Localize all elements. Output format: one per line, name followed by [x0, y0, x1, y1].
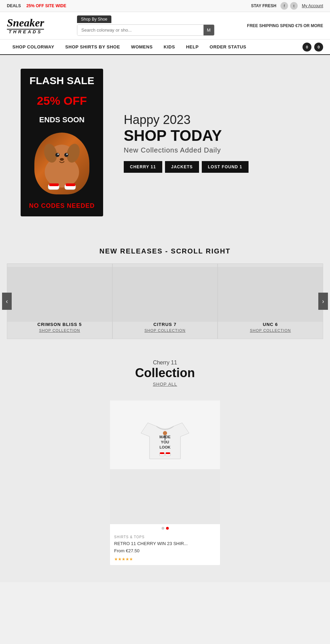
product-image-unc [218, 267, 323, 322]
dot-0[interactable] [162, 527, 164, 530]
svg-text:YOU: YOU [161, 440, 169, 444]
product-image-crimson [7, 267, 112, 322]
ends-soon: ENDS SOON [39, 115, 85, 124]
hero-shop: SHOP TODAY [124, 127, 309, 144]
lost-found-button[interactable]: LOST FOUND 1 [202, 161, 249, 173]
shirt-svg: MADE YOU LOOK [138, 406, 192, 464]
twitter-icon[interactable]: t [290, 2, 298, 10]
top-bar: DEALS 25% OFF SITE WIDE STAY FRESH f t M… [0, 0, 330, 12]
carousel-item-name-1: CITRUS 7 [153, 322, 176, 327]
top-bar-left: DEALS 25% OFF SITE WIDE [7, 3, 66, 8]
deals-label[interactable]: DEALS [7, 3, 21, 8]
product-row: MADE YOU LOOK SHIRTS & TOPS RETRO 11 CHE… [0, 394, 330, 568]
svg-point-4 [55, 153, 59, 157]
carousel-item-1: CITRUS 7 SHOP COLLECTION [112, 263, 218, 339]
social-icons: f t [280, 2, 298, 10]
nav-shop-shirts[interactable]: SHOP SHIRTS BY SHOE [60, 39, 125, 54]
stay-fresh-label: STAY FRESH [251, 3, 276, 8]
logo-line2: THREADS [7, 29, 44, 34]
shop-by-shoe-tab[interactable]: Shop By Shoe [77, 15, 112, 23]
header: Sneaker THREADS Shop By Shoe M FREE SHIP… [0, 12, 330, 39]
search-bar: M [77, 24, 214, 36]
top-bar-right: STAY FRESH f t My Account [251, 2, 323, 10]
facebook-icon[interactable]: f [280, 2, 288, 10]
sale-suffix: SITE WIDE [45, 3, 66, 8]
product-dots [110, 524, 220, 532]
new-releases-title: NEW RELEASES - SCROLL RIGHT [7, 247, 323, 255]
carousel-item-0: CRIMSON BLISS 5 SHOP COLLECTION [7, 263, 112, 339]
svg-point-8 [60, 158, 64, 161]
sale-pct: 25% OFF [26, 3, 44, 8]
dog-svg [36, 134, 88, 193]
svg-text:LOOK: LOOK [160, 445, 170, 449]
svg-point-7 [66, 154, 68, 155]
main-nav: SHOP COLORWAY SHOP SHIRTS BY SHOE WOMENS… [0, 39, 330, 55]
carousel-track: CRIMSON BLISS 5 SHOP COLLECTION CITRUS 7… [7, 263, 323, 339]
carousel-item-name-2: UNC 6 [263, 322, 278, 327]
my-account-link[interactable]: My Account [302, 3, 323, 8]
mic-button[interactable]: M [204, 25, 214, 35]
nav-icons: 0 0 [302, 43, 323, 52]
free-shipping-suffix: SPEND €75 OR MORE [280, 23, 323, 28]
header-right: FREE SHIPPING SPEND €75 OR MORE [247, 23, 323, 28]
product-name[interactable]: RETRO 11 CHERRY WIN 23 SHIR... [110, 540, 220, 547]
carousel-wrap: ‹ CRIMSON BLISS 5 SHOP COLLECTION CITRUS… [7, 263, 323, 339]
flash-sale-title: FLASH SALE [30, 76, 94, 86]
wishlist-icon[interactable]: 0 [314, 43, 323, 52]
svg-point-5 [64, 153, 68, 157]
hero-text: Happy 2023 SHOP TODAY New Collections Ad… [124, 113, 309, 173]
svg-rect-12 [66, 183, 75, 186]
nav-womens[interactable]: WOMENS [125, 39, 158, 54]
nav-order-status[interactable]: ORDER STATUS [204, 39, 252, 54]
hero-section: FLASH SALE 25% OFF ENDS SOON [0, 55, 330, 230]
free-shipping-text: FREE SHIPPING SPEND €75 OR MORE [247, 23, 323, 28]
search-input[interactable] [77, 25, 204, 35]
hero-sub: New Collections Added Daily [124, 146, 309, 154]
search-wrap: Shop By Shoe M [77, 15, 214, 36]
collection-shopall[interactable]: SHOP ALL [7, 382, 323, 387]
collection-subtitle: Cherry 11 [7, 360, 323, 366]
carousel-item-link-0[interactable]: SHOP COLLECTION [39, 328, 80, 332]
svg-rect-10 [49, 183, 59, 186]
logo-line1: Sneaker [7, 17, 44, 28]
svg-rect-21 [166, 452, 170, 454]
collection-section: Cherry 11 Collection SHOP ALL [0, 349, 330, 394]
hero-year: Happy 2023 [124, 113, 309, 127]
cherry11-button[interactable]: CHERRY 11 [124, 161, 162, 173]
flash-sale-pct: 25% OFF [37, 94, 87, 108]
carousel-next-button[interactable]: › [318, 293, 328, 310]
nav-shop-colorway[interactable]: SHOP COLORWAY [7, 39, 60, 54]
nav-help[interactable]: HELP [180, 39, 204, 54]
flash-sale-banner: FLASH SALE 25% OFF ENDS SOON [21, 69, 103, 216]
product-price: From €27.50 [110, 547, 220, 556]
no-codes-label: NO CODES NEEDED [29, 202, 95, 210]
carousel-item-2: UNC 6 SHOP COLLECTION [218, 263, 323, 339]
dot-1[interactable] [166, 527, 169, 530]
cart-icon[interactable]: 0 [302, 43, 311, 52]
product-tag: SHIRTS & TOPS [110, 534, 220, 540]
product-review: ★★★★★ [110, 556, 220, 565]
product-image-alt [110, 469, 220, 524]
collection-title: Collection [7, 366, 323, 380]
product-image-citrus [113, 267, 218, 322]
free-shipping-label: FREE SHIPPING [247, 23, 279, 28]
hero-buttons: CHERRY 11 JACKETS LOST FOUND 1 [124, 161, 309, 173]
svg-point-6 [57, 154, 59, 155]
new-releases-section: NEW RELEASES - SCROLL RIGHT ‹ CRIMSON BL… [0, 230, 330, 349]
product-card: MADE YOU LOOK SHIRTS & TOPS RETRO 11 CHE… [110, 400, 220, 565]
carousel-item-name-0: CRIMSON BLISS 5 [37, 322, 82, 327]
sale-text: 25% OFF SITE WIDE [26, 3, 66, 8]
dog-image [34, 133, 89, 194]
svg-point-16 [163, 431, 167, 435]
product-image: MADE YOU LOOK [110, 400, 220, 469]
footer-spacer [0, 568, 330, 582]
nav-kids[interactable]: KIDS [158, 39, 180, 54]
carousel-item-link-1[interactable]: SHOP COLLECTION [144, 328, 185, 332]
svg-rect-19 [160, 452, 164, 454]
star-rating: ★★★★★ [114, 557, 133, 562]
carousel-item-link-2[interactable]: SHOP COLLECTION [250, 328, 291, 332]
carousel-prev-button[interactable]: ‹ [2, 293, 12, 310]
logo[interactable]: Sneaker THREADS [7, 17, 44, 34]
jackets-button[interactable]: JACKETS [165, 161, 199, 173]
